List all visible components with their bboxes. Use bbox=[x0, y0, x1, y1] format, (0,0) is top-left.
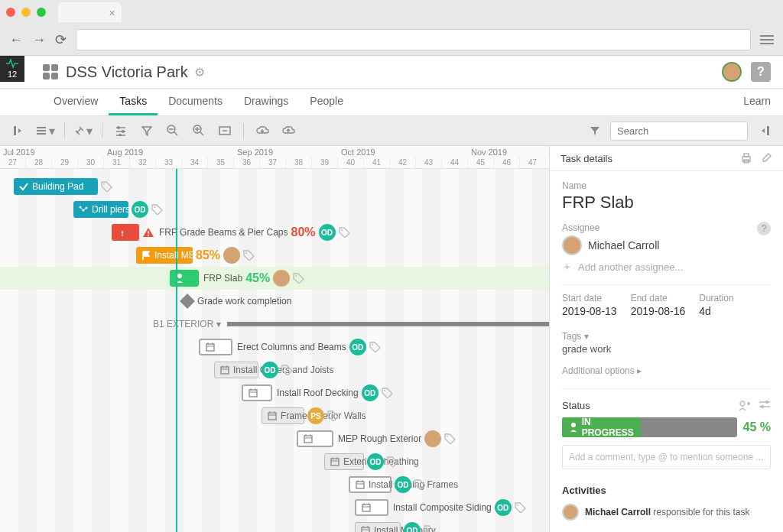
timeline-week[interactable]: 37 bbox=[260, 157, 286, 168]
initials-badge[interactable]: PS bbox=[307, 407, 324, 424]
task-bar[interactable] bbox=[170, 270, 199, 287]
cloud-upload-icon[interactable] bbox=[278, 121, 299, 141]
initials-badge[interactable]: OD bbox=[495, 499, 512, 516]
timeline-week[interactable]: 38 bbox=[286, 157, 312, 168]
initials-badge[interactable]: OD bbox=[362, 384, 379, 401]
initials-badge[interactable]: OD bbox=[404, 522, 421, 532]
tag-icon[interactable] bbox=[387, 456, 399, 467]
tags-label[interactable]: Tags ▾ bbox=[562, 331, 771, 342]
tag-icon[interactable] bbox=[414, 479, 427, 490]
start-date-value[interactable]: 2019-08-13 bbox=[562, 305, 617, 317]
print-icon[interactable] bbox=[740, 152, 752, 164]
assignee-avatar-badge[interactable] bbox=[273, 270, 290, 287]
tab-drawings[interactable]: Drawings bbox=[233, 89, 299, 115]
tag-icon[interactable] bbox=[327, 410, 340, 421]
timeline-week[interactable]: 30 bbox=[78, 157, 104, 168]
end-date-value[interactable]: 2019-08-16 bbox=[631, 305, 686, 317]
tag-icon[interactable] bbox=[515, 502, 527, 513]
milestone-icon[interactable] bbox=[180, 294, 195, 309]
timeline-week[interactable]: 40 bbox=[338, 157, 364, 168]
timeline-week[interactable]: 41 bbox=[364, 157, 390, 168]
tags-value[interactable]: grade work bbox=[562, 343, 771, 355]
task-bar[interactable] bbox=[242, 384, 272, 401]
browser-menu-icon[interactable] bbox=[760, 35, 774, 44]
gantt-chart[interactable]: Jul 201927282930Aug 20193132333435Sep 20… bbox=[0, 146, 549, 532]
task-bar[interactable]: Install Girders and Joists bbox=[214, 362, 258, 378]
list-view-icon[interactable]: ▾ bbox=[35, 121, 57, 141]
notifications-badge[interactable]: 12 bbox=[0, 56, 24, 82]
task-bar[interactable]: Install Masonry bbox=[355, 522, 401, 532]
gantt-row[interactable]: Install MEP U/G85% bbox=[0, 244, 549, 267]
task-bar[interactable]: Exterior Sheathing bbox=[324, 453, 364, 470]
tab-documents[interactable]: Documents bbox=[158, 89, 233, 115]
tag-icon[interactable] bbox=[382, 388, 394, 398]
task-bar[interactable]: Frame Exterior Walls bbox=[262, 407, 304, 424]
assignee-avatar-badge[interactable] bbox=[424, 430, 441, 447]
timeline-week[interactable]: 27 bbox=[0, 157, 26, 168]
gantt-row[interactable]: Building Pad bbox=[0, 175, 549, 198]
task-bar[interactable]: Drill piers bbox=[73, 201, 128, 218]
initials-badge[interactable]: OD bbox=[395, 476, 411, 493]
gantt-row[interactable]: FRP Slab45% bbox=[0, 267, 549, 290]
sliders-icon[interactable] bbox=[110, 121, 132, 141]
gantt-row[interactable]: FRP Grade Beams & Pier Caps80%OD bbox=[0, 221, 549, 244]
gantt-row[interactable]: Install Roof DeckingOD bbox=[0, 381, 549, 404]
browser-tab[interactable]: × bbox=[58, 2, 122, 22]
tab-tasks[interactable]: Tasks bbox=[109, 89, 158, 115]
back-button[interactable]: ← bbox=[9, 32, 23, 48]
minimize-window-button[interactable] bbox=[21, 8, 31, 17]
zoom-in-icon[interactable] bbox=[188, 121, 210, 141]
tag-icon[interactable] bbox=[293, 273, 305, 284]
search-box[interactable] bbox=[610, 122, 748, 141]
tag-icon[interactable] bbox=[243, 250, 255, 261]
task-name-value[interactable]: FRP Slab bbox=[562, 193, 771, 212]
initials-badge[interactable]: OD bbox=[262, 362, 278, 378]
fit-screen-icon[interactable] bbox=[214, 121, 236, 141]
zoom-out-icon[interactable] bbox=[162, 121, 184, 141]
filter-icon[interactable] bbox=[136, 121, 158, 141]
user-avatar[interactable] bbox=[722, 62, 742, 82]
initials-badge[interactable]: OD bbox=[132, 201, 148, 218]
additional-options[interactable]: Additional options ▸ bbox=[562, 361, 771, 388]
search-input[interactable] bbox=[617, 125, 746, 137]
gantt-row[interactable]: Grade work completion bbox=[0, 290, 549, 313]
task-bar[interactable]: Install MEP U/G bbox=[136, 247, 193, 264]
status-settings-icon[interactable] bbox=[759, 401, 771, 411]
timeline-week[interactable]: 32 bbox=[130, 157, 156, 168]
collapse-panel-icon[interactable] bbox=[9, 121, 31, 141]
task-bar[interactable] bbox=[199, 339, 232, 355]
timeline-week[interactable]: 31 bbox=[104, 157, 130, 168]
task-bar[interactable] bbox=[355, 499, 388, 516]
timeline-week[interactable]: 45 bbox=[468, 157, 494, 168]
timeline-week[interactable]: 47 bbox=[520, 157, 546, 168]
reload-button[interactable]: ⟳ bbox=[55, 31, 67, 48]
task-bar[interactable]: Install Awning Frames bbox=[349, 476, 392, 493]
tag-icon[interactable] bbox=[424, 525, 436, 532]
maximize-window-button[interactable] bbox=[37, 8, 46, 17]
tag-icon[interactable] bbox=[369, 342, 382, 352]
task-bar[interactable]: Building Pad bbox=[14, 178, 98, 195]
timeline-week[interactable]: 46 bbox=[494, 157, 520, 168]
help-icon[interactable]: ? bbox=[751, 62, 771, 82]
tag-icon[interactable] bbox=[101, 181, 113, 192]
timeline-week[interactable]: 43 bbox=[416, 157, 442, 168]
timeline-week[interactable]: 44 bbox=[442, 157, 468, 168]
timeline-week[interactable]: 28 bbox=[26, 157, 52, 168]
gear-icon[interactable]: ⚙ bbox=[194, 65, 205, 79]
gantt-row[interactable]: Exterior SheathingOD bbox=[0, 450, 549, 473]
close-window-button[interactable] bbox=[6, 8, 15, 17]
timeline-week[interactable]: 34 bbox=[182, 157, 208, 168]
gantt-row[interactable]: Erect Columns and BeamsOD bbox=[0, 336, 549, 358]
initials-badge[interactable]: OD bbox=[319, 224, 336, 241]
tag-icon[interactable] bbox=[444, 433, 456, 444]
edit-icon[interactable] bbox=[762, 152, 772, 164]
assignee-row[interactable]: Michael Carroll bbox=[562, 235, 771, 255]
duration-value[interactable]: 4d bbox=[699, 305, 733, 317]
forward-button[interactable]: → bbox=[32, 32, 46, 48]
assignee-avatar-badge[interactable] bbox=[223, 247, 240, 264]
initials-badge[interactable]: OD bbox=[349, 339, 366, 355]
add-assignee-button[interactable]: ＋ Add another assignee... bbox=[562, 260, 771, 274]
timeline-week[interactable]: 33 bbox=[156, 157, 182, 168]
tag-icon[interactable] bbox=[339, 227, 351, 238]
gantt-row[interactable]: Drill piersOD bbox=[0, 198, 549, 221]
